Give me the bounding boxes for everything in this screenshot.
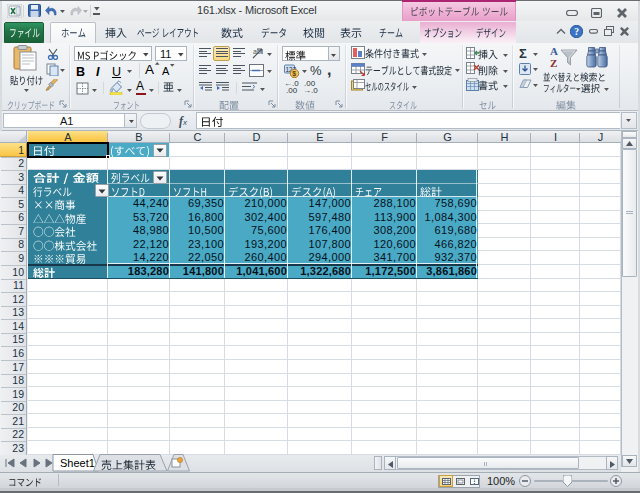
svg-text:ab: ab — [253, 48, 261, 55]
svg-text:A: A — [550, 45, 558, 57]
svg-text:.00: .00 — [286, 86, 298, 94]
svg-text:?: ? — [574, 27, 579, 37]
svg-text:$: $ — [292, 70, 296, 78]
svg-text:→.0: →.0 — [303, 86, 318, 94]
svg-text:Z: Z — [550, 57, 557, 69]
